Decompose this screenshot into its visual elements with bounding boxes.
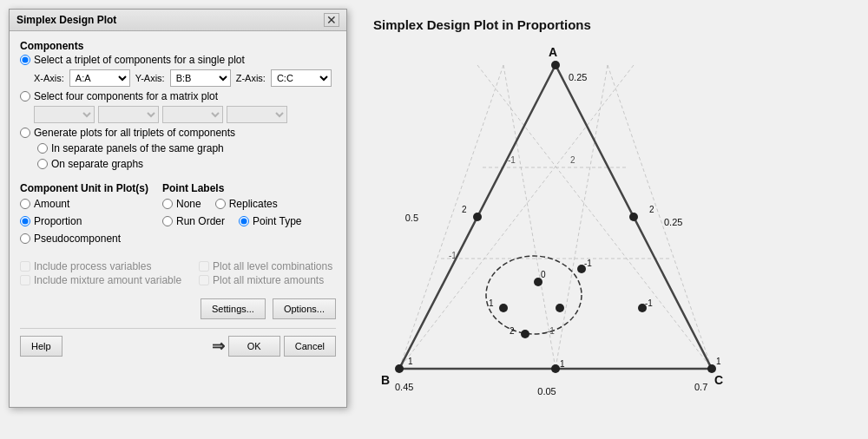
separate-graphs-label: On separate graphs [51,158,143,170]
vertex-c-label: C [714,373,723,387]
amount-label: Amount [34,198,69,210]
inner-label-2: 0 [541,270,546,279]
point-c [707,364,716,373]
close-button[interactable]: ✕ [324,13,339,27]
separate-graphs-radio[interactable] [37,159,48,169]
chart-container: A B C 0.25 0.5 0.25 0.45 0.05 0.7 2 2 1 … [373,39,738,403]
separate-panels-row: In separate panels of the same graph [37,142,336,154]
triplet-row: Select a triplet of components for a sin… [20,54,336,66]
chart-area: Simplex Design Plot in Proportions [365,9,859,403]
unit-label: Component Unit in Plot(s) [20,182,148,194]
mixture-cb-row: Include mixture amount variable [20,274,181,286]
none-radio[interactable] [162,199,173,209]
matrix-label: Select four components for a matrix plot [34,90,218,102]
pt-mid-ab: 2 [462,205,467,214]
proportion-radio[interactable] [20,216,30,226]
vertex-b-label: B [381,373,390,387]
yaxis-select[interactable]: B:B [170,69,231,87]
process-label: Include process variables [34,260,151,272]
amounts-cb-row: Plot all mixture amounts [199,274,332,286]
matrix-select-3[interactable] [162,106,223,123]
help-button[interactable]: Help [20,336,62,357]
level-checkbox[interactable] [199,261,209,272]
replicates-radio[interactable] [215,199,226,209]
run-order-label: Run Order [176,215,225,227]
pt-mid-bc: 1 [560,359,565,369]
all-triplets-label: Generate plots for all triplets of compo… [34,127,235,139]
amount-radio[interactable] [20,199,30,209]
right-checkboxes: Plot all level combinations Plot all mix… [199,260,332,286]
ok-cancel-group: ⇒ OK Cancel [212,336,336,357]
axis-row: X-Axis: A:A Y-Axis: B:B Z-Axis: C:C [34,69,336,87]
inner-label-5: -1 [584,259,592,268]
level-label: Plot all level combinations [213,260,332,272]
options-button[interactable]: Options... [273,298,336,319]
a-val: 0.25 [569,72,587,82]
triplet-radio[interactable] [20,55,30,65]
grid-label-2: 2 [570,155,575,165]
checkbox-section: Include process variables Include mixtur… [20,260,336,286]
process-checkbox[interactable] [20,261,30,272]
point-type-label: Point Type [253,215,301,227]
cancel-button[interactable]: Cancel [284,336,336,357]
point-type-row: Point Type [239,215,301,227]
pt-c: 1 [716,357,721,366]
grid-label-3: -1 [449,251,457,260]
point-inner-4 [521,330,529,338]
all-triplets-radio[interactable] [20,128,30,138]
none-row: None [162,198,201,210]
settings-button[interactable]: Settings... [201,298,266,319]
pseudo-row: Pseudocomponent [20,233,148,245]
components-section: Components Select a triplet of component… [20,40,336,174]
dialog-title: Simplex Design Plot [16,14,116,26]
svg-line-7 [399,65,634,369]
grid-label-4: -1 [547,326,555,336]
point-inner-1 [499,304,508,312]
xaxis-label: X-Axis: [34,73,64,83]
point-a [551,61,560,69]
replicates-label: Replicates [229,198,278,210]
zaxis-select[interactable]: C:C [271,69,332,87]
settings-options-row: Settings... Options... [20,298,336,319]
point-labels-group: Point Labels None Replicates Run Order [162,182,302,248]
yaxis-label: Y-Axis: [135,73,165,83]
matrix-radio[interactable] [20,91,30,102]
component-unit-group: Component Unit in Plot(s) Amount Proport… [20,182,148,248]
inner-label-4: 2 [510,326,515,336]
separate-graphs-row: On separate graphs [37,158,336,170]
proportion-row: Proportion [20,215,148,227]
mid-val: 0.05 [537,386,556,396]
replicates-row: Replicates [215,198,278,210]
right-val: 0.25 [664,217,682,227]
ok-button[interactable]: OK [228,336,280,357]
pt-mid-ac: 2 [649,205,654,214]
amounts-checkbox[interactable] [199,275,209,285]
components-label: Components [20,40,336,52]
point-inner-3 [556,304,564,312]
separate-panels-radio[interactable] [37,143,48,154]
point-b [395,364,404,373]
svg-line-4 [608,65,712,369]
all-triplets-row: Generate plots for all triplets of compo… [20,127,336,139]
point-labels-row2: Run Order Point Type [162,215,302,231]
run-order-radio[interactable] [162,216,173,226]
xaxis-select[interactable]: A:A [69,69,130,87]
left-checkboxes: Include process variables Include mixtur… [20,260,181,286]
matrix-select-4[interactable] [227,106,287,123]
amounts-label: Plot all mixture amounts [213,274,324,286]
point-labels-row1: None Replicates [162,198,302,213]
mixture-label: Include mixture amount variable [34,274,181,286]
matrix-select-1[interactable] [34,106,95,123]
matrix-row: Select four components for a matrix plot [20,90,336,102]
unit-labels-section: Component Unit in Plot(s) Amount Proport… [20,182,336,248]
point-type-radio[interactable] [239,216,249,226]
none-label: None [176,198,201,210]
level-cb-row: Plot all level combinations [199,260,332,272]
ok-row: Help ⇒ OK Cancel [20,328,336,357]
matrix-select-2[interactable] [98,106,159,123]
pseudo-radio[interactable] [20,233,30,244]
mixture-checkbox[interactable] [20,275,30,285]
point-mid-ab [473,213,482,221]
pseudo-label: Pseudocomponent [34,233,121,245]
dialog-titlebar: Simplex Design Plot ✕ [10,10,346,31]
